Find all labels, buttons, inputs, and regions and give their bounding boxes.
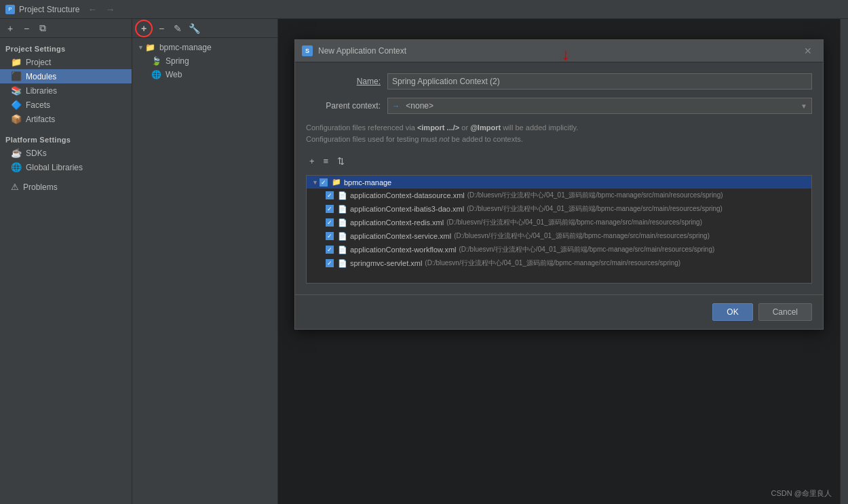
sdks-icon: ☕: [11, 148, 22, 158]
file-checkbox[interactable]: [326, 191, 334, 199]
name-row: Name:: [306, 73, 812, 90]
file-tree-item[interactable]: 📄applicationContext-service.xml(D:/blues…: [307, 229, 811, 243]
content-area: ↓ S New Application Context ✕ Name:: [278, 19, 840, 504]
modal-close-button[interactable]: ✕: [800, 44, 816, 58]
sidebar-add-button[interactable]: +: [3, 21, 18, 36]
file-list-toolbar: + ≡ ⇅: [306, 151, 812, 171]
dropdown-arrow-icon: ▼: [801, 102, 807, 110]
file-name: applicationContext-ibatis3-dao.xml: [350, 205, 464, 213]
xml-file-icon: 📄: [338, 246, 347, 254]
file-checkbox[interactable]: [326, 218, 334, 227]
add-context-button[interactable]: +: [135, 20, 153, 37]
project-settings-header: Project Settings: [0, 41, 132, 55]
sidebar-item-facets[interactable]: 🔷 Facets: [0, 98, 132, 112]
tree-spring-item[interactable]: 🍃 Spring: [132, 54, 277, 68]
watermark: CSDN @命里良人: [771, 488, 832, 499]
file-name: applicationContext-service.xml: [350, 232, 451, 240]
cancel-button[interactable]: Cancel: [758, 303, 812, 321]
expand-icon: ▼: [138, 44, 144, 51]
right-scrollbar[interactable]: [840, 19, 848, 504]
xml-file-icon: 📄: [338, 259, 347, 268]
facets-icon: 🔷: [11, 100, 22, 110]
folder-icon: 📁: [145, 43, 155, 52]
sidebar-item-artifacts[interactable]: 📦 Artifacts: [0, 112, 132, 126]
sidebar-item-problems[interactable]: ⚠ Problems: [0, 180, 132, 194]
project-tree-panel: + − ✎ 🔧 ▼ 📁 bpmc-manage 🍃 Spring 🌐 Web: [132, 19, 278, 504]
file-checkbox[interactable]: [326, 232, 334, 240]
modal-title-area: S New Application Context: [302, 45, 406, 56]
global-libraries-icon: 🌐: [11, 162, 22, 172]
file-tree-item[interactable]: 📄applicationContext-datasource.xml(D:/bl…: [307, 189, 811, 202]
remove-context-button[interactable]: −: [154, 21, 169, 36]
parent-context-select[interactable]: → <none> ▼: [387, 98, 812, 114]
file-tree-root[interactable]: ▼ 📁 bpmc-manage: [307, 176, 811, 189]
modules-icon: ⬛: [11, 71, 22, 81]
xml-file-icon: 📄: [338, 205, 347, 214]
sidebar-copy-button[interactable]: ⧉: [35, 21, 50, 36]
ok-button[interactable]: OK: [712, 303, 752, 321]
xml-file-icon: 📄: [338, 218, 347, 227]
modal-title: New Application Context: [318, 46, 406, 56]
parent-context-label: Parent context:: [306, 101, 387, 111]
sidebar-item-libraries[interactable]: 📚 Libraries: [0, 83, 132, 98]
file-path: (D:/bluesvn/行业流程中心/04_01_源码前端/bpmc-manag…: [446, 218, 702, 227]
file-name: applicationContext-workflow.xml: [350, 246, 457, 254]
main-layout: + − ⧉ Project Settings 📁 Project ⬛ Modul…: [0, 19, 848, 504]
wrench-button[interactable]: 🔧: [187, 21, 201, 36]
edit-context-button[interactable]: ✎: [170, 21, 185, 36]
file-add-button[interactable]: +: [306, 154, 318, 168]
sidebar-item-global-libraries[interactable]: 🌐 Global Libraries: [0, 160, 132, 174]
root-folder-icon: 📁: [332, 178, 341, 187]
file-tree-item[interactable]: 📄applicationContext-workflow.xml(D:/blue…: [307, 243, 811, 256]
info-line2: Configuration files used for testing mus…: [306, 134, 812, 145]
sidebar-item-sdks[interactable]: ☕ SDKs: [0, 146, 132, 160]
sidebar-remove-button[interactable]: −: [19, 21, 34, 36]
root-checkbox[interactable]: [320, 178, 328, 187]
spring-icon: 🍃: [151, 56, 161, 66]
modal-body: Name: Parent context: → <none> ▼: [295, 62, 823, 294]
file-tree-item[interactable]: 📄applicationContext-ibatis3-dao.xml(D:/b…: [307, 202, 811, 216]
sidebar: + − ⧉ Project Settings 📁 Project ⬛ Modul…: [0, 19, 132, 504]
back-button[interactable]: ←: [85, 3, 100, 16]
file-checkbox[interactable]: [326, 246, 334, 254]
file-name: applicationContext-redis.xml: [350, 218, 444, 227]
file-path: (D:/bluesvn/行业流程中心/04_01_源码前端/bpmc-manag…: [425, 258, 680, 268]
project-tree-toolbar: + − ✎ 🔧: [132, 19, 277, 38]
modal-footer: OK Cancel: [295, 294, 823, 329]
file-name: applicationContext-datasource.xml: [350, 191, 465, 199]
new-application-context-dialog: S New Application Context ✕ Name: Parent…: [294, 39, 824, 330]
forward-button[interactable]: →: [102, 3, 117, 16]
file-checkbox[interactable]: [326, 259, 334, 267]
sidebar-item-project[interactable]: 📁 Project: [0, 55, 132, 69]
tree-web-item[interactable]: 🌐 Web: [132, 68, 277, 81]
xml-file-icon: 📄: [338, 232, 347, 241]
file-sort-button[interactable]: ⇅: [334, 154, 348, 168]
name-input[interactable]: [387, 73, 812, 90]
file-list: 📄applicationContext-datasource.xml(D:/bl…: [307, 189, 811, 270]
info-line1: Configuration files referenced via <impo…: [306, 122, 812, 134]
modal-dialog-icon: S: [302, 45, 313, 56]
name-label: Name:: [306, 77, 387, 86]
artifacts-icon: 📦: [11, 114, 22, 124]
modal-overlay: S New Application Context ✕ Name: Parent…: [278, 19, 840, 504]
platform-settings-header: Platform Settings: [0, 132, 132, 146]
red-arrow-indicator: ↓: [562, 45, 570, 64]
problems-icon: ⚠: [11, 182, 19, 192]
file-tree-item[interactable]: 📄applicationContext-redis.xml(D:/bluesvn…: [307, 216, 811, 229]
project-icon: 📁: [11, 57, 22, 67]
modal-header: S New Application Context ✕: [295, 40, 823, 62]
file-path: (D:/bluesvn/行业流程中心/04_01_源码前端/bpmc-manag…: [454, 231, 710, 241]
file-path: (D:/bluesvn/行业流程中心/04_01_源码前端/bpmc-manag…: [467, 191, 723, 200]
tree-expand-icon: ▼: [312, 179, 318, 186]
parent-context-row: Parent context: → <none> ▼: [306, 98, 812, 114]
web-icon: 🌐: [151, 70, 161, 79]
tree-root-item[interactable]: ▼ 📁 bpmc-manage: [132, 41, 277, 54]
file-tree-item[interactable]: 📄springmvc-servlet.xml(D:/bluesvn/行业流程中心…: [307, 256, 811, 270]
title-bar-text: Project Structure: [19, 5, 79, 14]
file-checkbox[interactable]: [326, 205, 334, 213]
info-text: Configuration files referenced via <impo…: [306, 122, 812, 144]
file-indent-button[interactable]: ≡: [320, 154, 332, 168]
libraries-icon: 📚: [11, 85, 22, 96]
sidebar-item-modules[interactable]: ⬛ Modules: [0, 69, 132, 83]
xml-file-icon: 📄: [338, 191, 347, 200]
